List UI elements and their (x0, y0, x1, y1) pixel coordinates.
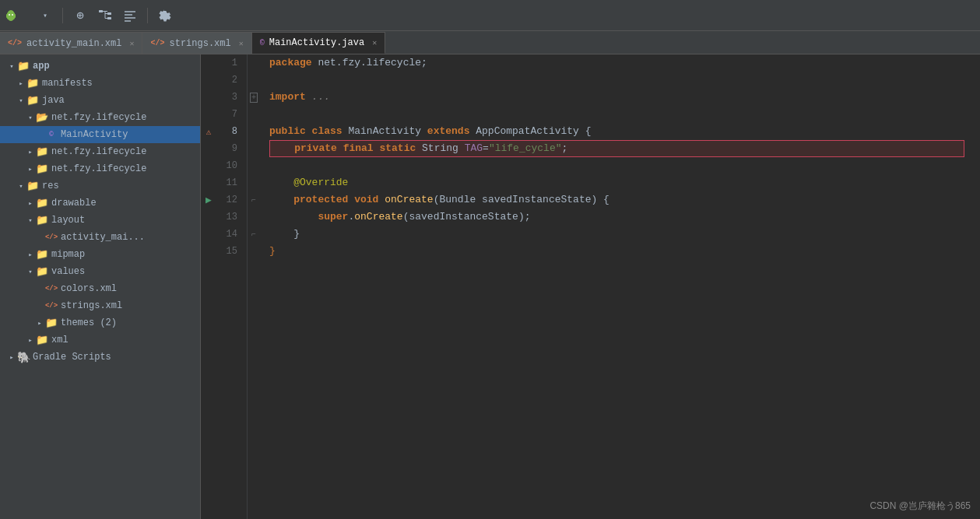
align-icon[interactable] (122, 8, 138, 23)
tree-label-drawable: drawable (51, 198, 97, 209)
tree-item-layout[interactable]: 📁 layout (0, 212, 200, 229)
tab-strings-xml[interactable]: </> strings.xml ✕ (142, 32, 251, 54)
ln-14: 14 (223, 226, 241, 243)
folder-icon-layout: 📁 (36, 214, 48, 226)
android-icon[interactable] (6, 8, 28, 23)
dot: . (348, 209, 354, 226)
tree-item-values[interactable]: 📁 values (0, 263, 200, 280)
tree-item-package-test2[interactable]: 📁 net.fzy.lifecycle (0, 160, 200, 177)
tree-label-colors-xml: colors.xml (61, 283, 117, 294)
ln-7: 7 (223, 106, 241, 123)
fold-icon-14[interactable]: ⌐ (251, 230, 256, 239)
tab-label: MainActivity.java (269, 37, 364, 48)
gutter-8[interactable]: ⚠ (201, 123, 216, 140)
fold-13 (248, 209, 260, 226)
str-lifecycle: "life_cycle" (489, 140, 562, 157)
tab-mainactivity-java[interactable]: © MainActivity.java ✕ (252, 32, 385, 54)
gutter-1 (201, 54, 216, 72)
fold-14[interactable]: ⌐ (248, 226, 260, 243)
code-line-12: protected void onCreate(Bundle savedInst… (269, 191, 980, 209)
tree-label-pkg: net.fzy.lifecycle (51, 112, 146, 123)
tree-item-activity-main-xml[interactable]: </> activity_mai... (0, 229, 200, 246)
tree-item-manifests[interactable]: 📁 manifests (0, 75, 200, 92)
tree-item-colors-xml[interactable]: </> colors.xml (0, 280, 200, 297)
java-file-icon: © (260, 39, 265, 47)
add-icon[interactable]: ⊕ (72, 8, 88, 23)
hierarchy-icon[interactable] (97, 8, 113, 23)
tab-activity-main-xml[interactable]: </> activity_main.xml ✕ (0, 32, 142, 54)
tab-label: strings.xml (169, 38, 230, 49)
watermark: CSDN @岂庐雜枪う865 (869, 500, 971, 513)
tree-label-layout: layout (51, 215, 85, 226)
main-layout: 📁 app 📁 manifests 📁 java 📂 net.fzy.lifec… (0, 54, 980, 519)
tree-arrow-app (6, 62, 17, 71)
tab-close-button[interactable]: ✕ (129, 39, 134, 48)
tree-label-gradle: Gradle Scripts (33, 352, 111, 363)
kw-protected: protected (269, 191, 354, 209)
kw-extends: extends (427, 123, 476, 140)
tree-label-values: values (51, 266, 85, 277)
closing-brace-method: } (269, 226, 300, 243)
tree-item-gradle-scripts[interactable]: 🐘 Gradle Scripts (0, 349, 200, 366)
gutter-3 (201, 89, 216, 106)
chevron-down-icon[interactable]: ▾ (37, 8, 53, 23)
tree-label-strings-xml: strings.xml (61, 300, 122, 311)
tree-arrow-pkg (25, 114, 36, 122)
paren-open: ( (434, 191, 440, 209)
folder-icon-themes: 📁 (45, 317, 58, 329)
code-line-11: @Override (269, 174, 980, 191)
tree-item-res[interactable]: 📁 res (0, 177, 200, 195)
tree-item-mainactivity[interactable]: © MainActivity (0, 126, 200, 143)
tree-item-xml[interactable]: 📁 xml (0, 331, 200, 349)
code-line-13: super.onCreate(savedInstanceState); (269, 209, 980, 226)
code-editor[interactable]: ⚠ ▶ 1 2 3 7 8 9 10 11 12 13 (201, 54, 980, 519)
tree-arrow-xml (25, 336, 36, 345)
svg-rect-2 (9, 11, 13, 13)
tree-item-app[interactable]: 📁 app (0, 58, 200, 75)
xml-file-icon: </> (8, 39, 22, 47)
fold-9 (248, 140, 260, 157)
tree-item-themes[interactable]: 📁 themes (2) (0, 314, 200, 331)
tree-arrow-mipmap (25, 251, 36, 259)
fold-1 (248, 54, 260, 72)
fold-2 (248, 72, 260, 89)
tree-item-mipmap[interactable]: 📁 mipmap (0, 246, 200, 263)
param-savedstate: savedInstanceState (482, 191, 591, 209)
call-args: (savedInstanceState); (403, 209, 531, 226)
kw-void: void (354, 191, 385, 209)
svg-rect-8 (107, 12, 111, 15)
tree-item-java[interactable]: 📁 java (0, 92, 200, 109)
tab-close-button[interactable]: ✕ (239, 39, 244, 48)
svg-rect-1 (7, 12, 15, 19)
fold-3[interactable]: + (248, 89, 260, 106)
folder-icon-app: 📁 (17, 60, 30, 72)
fold-12[interactable]: ⌐ (248, 191, 260, 209)
tree-item-drawable[interactable]: 📁 drawable (0, 195, 200, 212)
var-tag: TAG (465, 140, 483, 157)
gutter-15 (201, 243, 216, 260)
code-content[interactable]: package net.fzy.lifecycle; import ... pu… (260, 54, 980, 519)
tree-item-strings-xml[interactable]: </> strings.xml (0, 297, 200, 314)
brace-open: { (585, 123, 592, 140)
expand-icon[interactable]: + (250, 93, 258, 103)
file-tree-sidebar[interactable]: 📁 app 📁 manifests 📁 java 📂 net.fzy.lifec… (0, 54, 201, 519)
xml-file-icon-small: </> (45, 233, 58, 242)
ln-1: 1 (223, 54, 241, 72)
code-line-7 (269, 106, 980, 123)
svg-point-3 (9, 14, 10, 16)
fold-icon-12[interactable]: ⌐ (251, 196, 256, 205)
ln-15: 15 (223, 243, 241, 260)
gutter-12[interactable]: ▶ (201, 191, 216, 209)
tree-item-package-main[interactable]: 📂 net.fzy.lifecycle (0, 109, 200, 126)
folder-icon-manifests: 📁 (26, 77, 39, 89)
tree-arrow-gradle (6, 353, 17, 362)
tree-item-package-test1[interactable]: 📁 net.fzy.lifecycle (0, 143, 200, 160)
settings-icon[interactable] (157, 8, 173, 23)
tree-label-manifests: manifests (42, 78, 93, 89)
folder-icon-drawable: 📁 (36, 197, 48, 209)
kw-class: class (312, 123, 349, 140)
tab-close-button[interactable]: ✕ (372, 38, 377, 47)
code-line-2 (269, 72, 980, 89)
code-line-1: package net.fzy.lifecycle; (269, 54, 980, 72)
ln-11: 11 (223, 174, 241, 191)
